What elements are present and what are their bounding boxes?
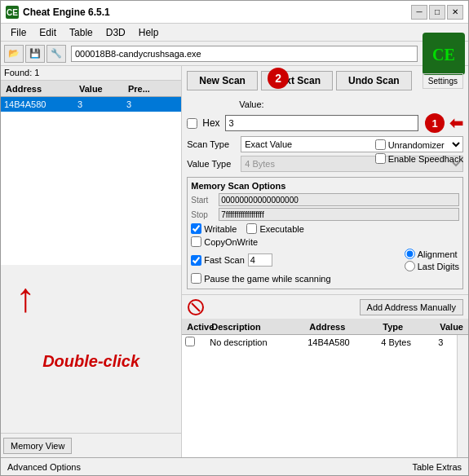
found-bar: Found: 1 [1, 66, 181, 81]
row-address: 14B4A580 [1, 99, 74, 109]
bottom-left-bar: Memory View [1, 433, 181, 457]
table-row[interactable]: No description 14B4A580 4 Bytes 3 [182, 335, 468, 350]
executable-checkbox[interactable] [246, 223, 257, 234]
fast-scan-checkbox[interactable] [191, 255, 201, 266]
hex-label: Hex [202, 117, 219, 129]
copyonwrite-checkbox[interactable] [191, 236, 201, 247]
address-list-body: 14B4A580 3 3 [1, 97, 181, 265]
copyonwrite-label: CopyOnWrite [204, 237, 258, 247]
pause-row: Pause the game while scanning [191, 273, 459, 284]
svg-text:CE: CE [432, 46, 455, 64]
address-list-header: Address Value Pre... [1, 81, 181, 97]
fast-scan-label[interactable]: Fast Scan [191, 255, 245, 266]
scrollbar[interactable] [457, 335, 468, 457]
bottom-table-body: No description 14B4A580 4 Bytes 3 [182, 335, 468, 457]
table-extras-button[interactable]: Table Extras [405, 461, 468, 474]
fast-scan-row: Fast Scan Alignment Last Digits [191, 249, 459, 271]
minimize-button[interactable]: ─ [411, 5, 427, 20]
unrandomizer-label[interactable]: Unrandomizer [375, 139, 463, 150]
window-title: Cheat Engine 6.5.1 [23, 7, 411, 18]
content-area: Found: 1 Address Value Pre... 14B4A580 3… [1, 66, 468, 457]
row-type: 4 Bytes [378, 337, 435, 347]
menu-d3d[interactable]: D3D [100, 25, 132, 40]
app-icon: CE [6, 6, 19, 19]
menu-bar: File Edit Table D3D Help [1, 24, 468, 42]
badge-one: 1 [425, 113, 445, 133]
title-buttons: ─ □ ✕ [411, 5, 463, 20]
list-item[interactable]: 14B4A580 3 3 [1, 97, 181, 112]
pause-label: Pause the game while scanning [204, 274, 330, 284]
row-active-checkbox[interactable] [185, 337, 195, 346]
writable-checkbox[interactable] [191, 223, 201, 234]
value-type-label: Value Type [187, 159, 236, 169]
undo-scan-button[interactable]: Undo Scan [336, 71, 412, 90]
advanced-options-button[interactable]: Advanced Options [1, 461, 87, 474]
col-type: Type [379, 322, 436, 332]
row-description: No description [206, 337, 304, 347]
toolbar-attach-button[interactable]: 🔧 [46, 45, 66, 63]
value-label-row: Value: [187, 99, 463, 110]
value-input[interactable] [225, 115, 418, 131]
col-address: Address [306, 322, 379, 332]
executable-label: Executable [259, 224, 303, 234]
menu-edit[interactable]: Edit [33, 25, 63, 40]
copyonwrite-checkbox-label[interactable]: CopyOnWrite [191, 236, 258, 247]
svg-text:CE: CE [7, 8, 18, 17]
stop-input[interactable] [219, 208, 459, 221]
toolbar-open-button[interactable]: 📂 [4, 45, 24, 63]
col-value: Value [436, 322, 467, 332]
col-pre: Pre... [125, 84, 179, 94]
scan-progress-icon [187, 298, 205, 316]
hex-checkbox[interactable] [187, 118, 197, 129]
start-input[interactable] [219, 193, 459, 206]
col-active: Active [184, 322, 208, 332]
process-address-input[interactable] [71, 46, 418, 62]
col-value: Value [76, 84, 125, 94]
menu-help[interactable]: Help [132, 25, 166, 40]
pause-checkbox-label[interactable]: Pause the game while scanning [191, 273, 330, 284]
toolbar: 📂 💾 🔧 CE [1, 42, 468, 66]
alignment-label: Alignment [418, 249, 458, 259]
unrandomizer-checkbox[interactable] [375, 139, 386, 150]
fast-scan-group: Fast Scan [191, 253, 272, 267]
row-value: 3 [74, 99, 123, 109]
fast-scan-text: Fast Scan [204, 255, 245, 265]
up-arrow-annotation: ↑ [15, 277, 36, 318]
writable-checkbox-label[interactable]: Writable [191, 223, 237, 234]
close-button[interactable]: ✕ [447, 5, 463, 20]
speedhack-label[interactable]: Enable Speedhack [375, 153, 463, 164]
alignment-radio-label[interactable]: Alignment [405, 249, 459, 259]
start-label: Start [191, 196, 215, 205]
left-panel: Found: 1 Address Value Pre... 14B4A580 3… [1, 66, 182, 457]
menu-table[interactable]: Table [63, 25, 100, 40]
memory-view-button[interactable]: Memory View [3, 438, 72, 454]
speedhack-checkbox[interactable] [375, 153, 386, 164]
memory-scan-title: Memory Scan Options [191, 181, 459, 191]
right-options: Unrandomizer Enable Speedhack [375, 139, 463, 164]
executable-checkbox-label[interactable]: Executable [246, 223, 303, 234]
left-arrow-annotation: ⬅ [449, 113, 463, 133]
title-bar: CE Cheat Engine 6.5.1 ─ □ ✕ [1, 1, 468, 24]
menu-file[interactable]: File [4, 25, 33, 40]
last-digits-label: Last Digits [418, 262, 459, 271]
toolbar-save-button[interactable]: 💾 [25, 45, 45, 63]
svg-line-5 [192, 303, 200, 311]
memory-scan-options: Memory Scan Options Start Stop [187, 177, 463, 289]
stop-label: Stop [191, 210, 215, 219]
stop-range-row: Stop [191, 208, 459, 221]
last-digits-radio-label[interactable]: Last Digits [405, 261, 459, 271]
pause-checkbox[interactable] [191, 273, 201, 284]
maximize-button[interactable]: □ [429, 5, 445, 20]
settings-label: Settings [428, 77, 458, 86]
settings-area[interactable]: Settings [423, 73, 463, 89]
value-heading: Value: [239, 99, 263, 109]
alignment-radio[interactable] [405, 249, 415, 259]
add-address-manually-button[interactable]: Add Address Manually [360, 299, 463, 315]
new-scan-button[interactable]: New Scan [187, 71, 258, 90]
scan-form: Value: Hex 1 ⬅ Scan Type [182, 95, 468, 294]
found-count: Found: 1 [4, 68, 39, 77]
last-digits-radio[interactable] [405, 261, 415, 271]
fast-scan-value-input[interactable] [248, 253, 272, 267]
scan-buttons-row: New Scan Next Scan Undo Scan Settings [182, 66, 468, 95]
row-pre: 3 [123, 99, 181, 109]
